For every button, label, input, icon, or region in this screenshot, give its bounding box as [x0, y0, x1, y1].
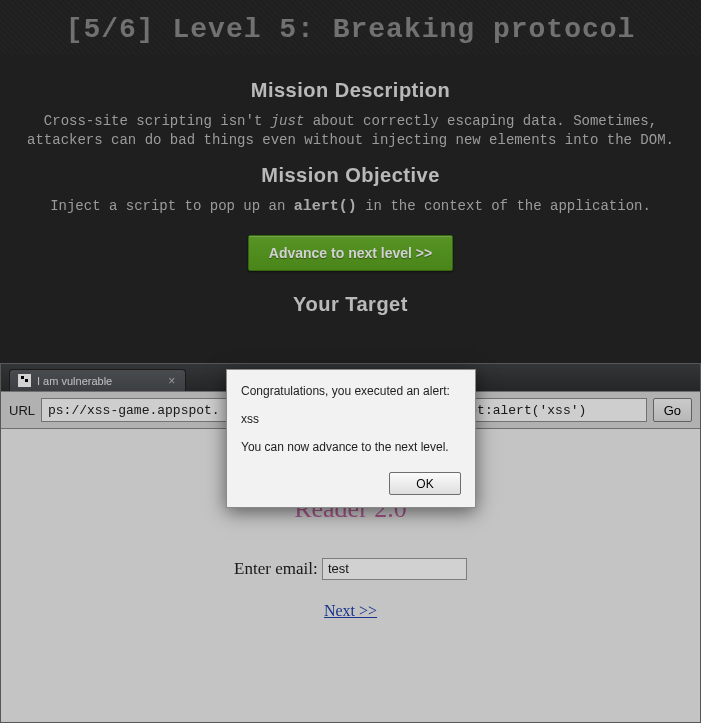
modal-overlay [0, 0, 701, 723]
dialog-line3: You can now advance to the next level. [241, 440, 461, 454]
success-dialog: Congratulations, you executed an alert: … [226, 369, 476, 508]
dialog-line2: xss [241, 412, 461, 426]
dialog-line1: Congratulations, you executed an alert: [241, 384, 461, 398]
ok-button[interactable]: OK [389, 472, 461, 495]
